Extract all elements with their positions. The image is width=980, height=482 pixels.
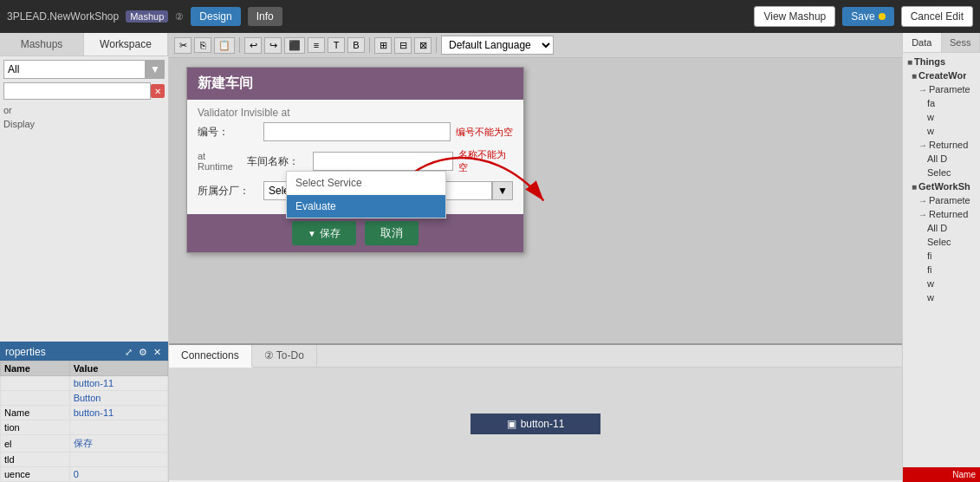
props-value-cell[interactable]: Button [69, 391, 167, 406]
tb-grid-button[interactable]: ⊞ [374, 37, 392, 54]
tb-copy-button[interactable]: ⎘ [194, 37, 211, 53]
tb-text-button[interactable]: T [328, 37, 345, 53]
tb-separator-3 [436, 37, 437, 53]
tb-frame-button[interactable]: ⊠ [414, 37, 432, 54]
form-input-name[interactable] [313, 152, 453, 171]
popup-header: Select Service [287, 172, 445, 195]
select-service-popup: Select Service Evaluate [286, 171, 446, 218]
tb-align-center-button[interactable]: ≡ [308, 37, 325, 53]
tree-item[interactable]: →Paramete [905, 82, 978, 96]
filter-dropdown[interactable] [3, 60, 146, 79]
props-value-cell[interactable]: 保存 [69, 435, 167, 453]
tree-item-label: GetWorkSh [918, 181, 970, 192]
props-settings-button[interactable]: ⚙ [137, 347, 149, 358]
tb-cut-button[interactable]: ✂ [174, 37, 191, 54]
form-input-id[interactable] [263, 122, 451, 141]
tree-item[interactable]: All D [905, 221, 978, 235]
form-footer: ▼ 保存 取消 [187, 214, 523, 252]
tb-undo-button[interactable]: ↩ [244, 37, 262, 54]
tree-item[interactable]: ■CreateWor [905, 68, 978, 82]
form-cancel-button[interactable]: 取消 [365, 221, 419, 245]
tree-item[interactable]: fa [905, 96, 978, 110]
tree-item-label: Selec [927, 167, 951, 178]
tree-item-label: Returned [929, 140, 968, 150]
or-label: or [3, 103, 165, 117]
sess-tab[interactable]: Sess [942, 33, 981, 52]
props-name-cell: tion [1, 420, 70, 435]
tb-redo-button[interactable]: ↪ [264, 37, 282, 54]
props-value-cell[interactable]: button-11 [69, 406, 167, 420]
mashup-badge: Mashup [126, 10, 168, 23]
view-mashup-button[interactable]: View Mashup [754, 6, 835, 27]
search-input[interactable] [3, 82, 151, 100]
props-close-button[interactable]: ✕ [152, 347, 163, 358]
clear-search-button[interactable]: ✕ [151, 84, 165, 98]
tree-item[interactable]: →Returned [905, 207, 978, 221]
mashups-tab[interactable]: Mashups [0, 33, 84, 55]
props-value-cell[interactable]: button-11 [69, 376, 167, 391]
top-bar: 3PLEAD.NewWorkShop Mashup ② Design Info … [0, 0, 980, 33]
tree-item-icon: ■ [912, 71, 917, 81]
form-error-id: 编号不能为空 [456, 126, 513, 139]
bottom-tabs: Connections ② To-Do [169, 345, 902, 368]
dropdown-arrow-button[interactable]: ▼ [146, 60, 165, 79]
tree-item[interactable]: All D [905, 152, 978, 166]
tree-item[interactable]: ■GetWorkSh [905, 179, 978, 193]
tree-item[interactable]: w [905, 290, 978, 304]
tree-item[interactable]: Selec [905, 166, 978, 179]
properties-section: roperties ⤢ ⚙ ✕ Name Value button-11Butt… [0, 342, 168, 482]
form-row-1: 编号： 编号不能为空 [198, 122, 513, 141]
form-save-button[interactable]: ▼ 保存 [292, 221, 356, 245]
tree-item[interactable]: →Returned [905, 138, 978, 152]
form-label-id: 编号： [198, 125, 258, 140]
language-select[interactable]: Default Language [441, 36, 554, 55]
center-area: ✂ ⎘ 📋 ↩ ↪ ⬛ ≡ T B ⊞ ⊟ ⊠ Default Language [169, 33, 902, 482]
tb-paste-button[interactable]: 📋 [214, 37, 235, 54]
form-select-arrow-button[interactable]: ▼ [492, 181, 513, 200]
props-value-cell[interactable] [69, 420, 167, 435]
validator-invisible-label: Validator Invisible at [198, 107, 513, 119]
help-icon[interactable]: ② [175, 11, 184, 23]
props-col-name: Name [1, 362, 70, 376]
tree-item[interactable]: w [905, 277, 978, 290]
tree-item[interactable]: w [905, 110, 978, 124]
props-share-button[interactable]: ⤢ [123, 347, 134, 358]
props-value-cell[interactable] [69, 453, 167, 467]
save-dot-icon [879, 13, 886, 20]
info-button[interactable]: Info [248, 7, 282, 26]
canvas-area[interactable]: 新建车间 Validator Invisible at 编号： 编号不能为空 a… [169, 58, 902, 343]
tb-align-left-button[interactable]: ⬛ [284, 37, 305, 54]
right-content: ■ Things ■CreateWor→Paramete fa w w→Retu… [903, 53, 980, 467]
data-tab[interactable]: Data [903, 33, 942, 52]
props-name-cell: uence [1, 467, 70, 482]
workspace-tab[interactable]: Workspace [84, 33, 168, 55]
bottom-area: Connections ② To-Do ▣ button-11 [169, 343, 902, 482]
todo-tab[interactable]: ② To-Do [252, 345, 317, 367]
design-button[interactable]: Design [191, 7, 240, 26]
tb-bold-button[interactable]: B [347, 37, 365, 53]
tree-item-label: w [927, 126, 934, 136]
tree-item[interactable]: w [905, 124, 978, 138]
tree-item-icon: ■ [912, 182, 917, 192]
main-layout: Mashups Workspace ▼ ✕ or Display roperti… [0, 33, 980, 482]
things-root[interactable]: ■ Things [905, 55, 978, 68]
tree-item[interactable]: →Paramete [905, 193, 978, 207]
props-title: roperties [5, 346, 46, 358]
save-button[interactable]: Save [842, 7, 893, 26]
props-name-cell [1, 391, 70, 406]
tree-item[interactable]: fi [905, 249, 978, 263]
props-value-cell[interactable]: 0 [69, 467, 167, 482]
tb-separator-2 [369, 37, 370, 53]
tree-item[interactable]: Selec [905, 235, 978, 249]
tree-item[interactable]: fi [905, 263, 978, 277]
tb-table-button[interactable]: ⊟ [394, 37, 412, 54]
connections-tab[interactable]: Connections [169, 345, 252, 368]
left-panel-content: ▼ ✕ or Display [0, 56, 168, 342]
todo-icon: ② [264, 349, 274, 362]
cancel-edit-button[interactable]: Cancel Edit [901, 6, 973, 27]
right-panel: Data Sess ■ Things ■CreateWor→Paramete f… [902, 33, 980, 482]
evaluate-item[interactable]: Evaluate [287, 195, 445, 218]
save-arrow-icon: ▼ [308, 229, 316, 238]
things-icon: ■ [907, 57, 912, 67]
name-footer-label: Name [952, 470, 976, 479]
